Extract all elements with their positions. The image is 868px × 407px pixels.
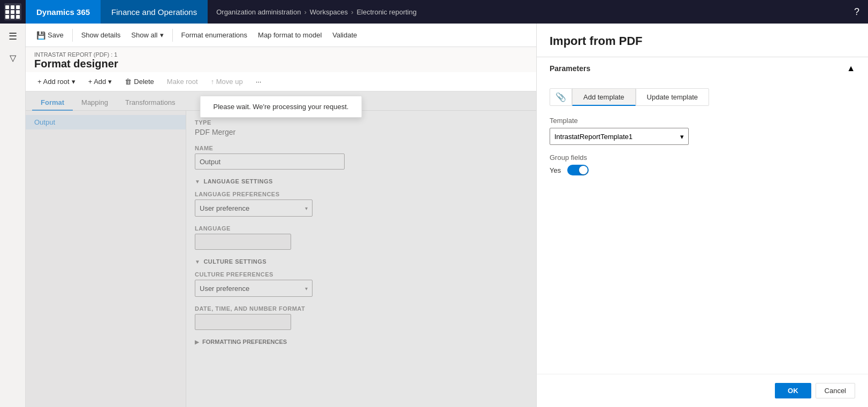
page-breadcrumb: INTRASTAT REPORT (PDF) : 1 xyxy=(34,51,528,58)
template-value: IntrastatReportTemplate1 xyxy=(554,133,633,141)
save-button[interactable]: 💾 Save xyxy=(32,29,68,42)
paperclip-icon: 📎 xyxy=(555,93,566,102)
apps-icon[interactable] xyxy=(4,3,21,20)
validate-button[interactable]: Validate xyxy=(328,29,361,41)
group-fields-toggle[interactable] xyxy=(567,165,589,175)
hamburger-icon[interactable]: ☰ xyxy=(4,28,21,45)
top-nav-right: ? xyxy=(854,6,868,18)
processing-message: Please wait. We're processing your reque… xyxy=(214,103,349,111)
template-buttons-group: 📎 Add template Update template xyxy=(550,88,855,106)
brand-area: Dynamics 365 Finance and Operations xyxy=(26,0,208,24)
breadcrumb-org[interactable]: Organization administration xyxy=(216,8,301,16)
d365-label[interactable]: Dynamics 365 xyxy=(26,0,101,24)
parameters-collapse-icon[interactable]: ▲ xyxy=(847,64,855,73)
add-root-chevron: ▾ xyxy=(72,78,75,86)
breadcrumb-er[interactable]: Electronic reporting xyxy=(356,8,416,16)
toolbar-sep2 xyxy=(172,29,173,42)
import-panel-body: 📎 Add template Update template Template … xyxy=(537,80,868,374)
cancel-button[interactable]: Cancel xyxy=(816,383,855,398)
delete-button[interactable]: 🗑 Delete xyxy=(119,75,159,88)
content-area: 💾 Save Show details Show all ▾ Format en… xyxy=(26,24,536,407)
delete-icon: 🗑 xyxy=(125,78,132,86)
group-fields-group: Group fields Yes xyxy=(550,153,855,175)
more-button[interactable]: ··· xyxy=(250,75,267,88)
map-format-to-model-button[interactable]: Map format to model xyxy=(254,29,326,41)
group-fields-label: Group fields xyxy=(550,153,855,162)
add-root-button[interactable]: + Add root ▾ xyxy=(32,75,81,88)
import-panel: Import from PDF Parameters ▲ 📎 Add templ… xyxy=(536,24,868,407)
template-select[interactable]: IntrastatReportTemplate1 ▾ xyxy=(550,128,689,145)
template-label: Template xyxy=(550,117,855,125)
toolbar: 💾 Save Show details Show all ▾ Format en… xyxy=(26,24,536,47)
format-enumerations-button[interactable]: Format enumerations xyxy=(177,29,252,41)
left-sidebar: ☰ ▽ xyxy=(0,24,26,407)
add-chevron: ▾ xyxy=(108,78,112,86)
parameters-label: Parameters xyxy=(550,64,590,73)
show-details-button[interactable]: Show details xyxy=(77,29,125,41)
import-panel-footer: OK Cancel xyxy=(537,374,868,407)
save-icon: 💾 xyxy=(36,31,45,40)
import-panel-header: Import from PDF xyxy=(537,24,868,57)
show-all-chevron: ▾ xyxy=(160,31,164,39)
breadcrumb-sep1: › xyxy=(304,8,306,16)
import-panel-title: Import from PDF xyxy=(550,34,855,48)
group-fields-yes-label: Yes xyxy=(550,166,561,174)
group-fields-toggle-row: Yes xyxy=(550,165,855,175)
filter-icon[interactable]: ▽ xyxy=(4,49,21,66)
toolbar-sep1 xyxy=(72,29,73,42)
dim-overlay xyxy=(26,91,536,407)
show-all-button[interactable]: Show all ▾ xyxy=(127,29,167,41)
template-chevron: ▾ xyxy=(680,133,684,141)
template-field-group: Template IntrastatReportTemplate1 ▾ xyxy=(550,117,855,145)
fo-label[interactable]: Finance and Operations xyxy=(101,0,208,24)
main-content: Please wait. We're processing your reque… xyxy=(26,91,536,407)
processing-toast: Please wait. We're processing your reque… xyxy=(200,96,362,118)
breadcrumb: Organization administration › Workspaces… xyxy=(208,8,425,16)
breadcrumb-workspaces[interactable]: Workspaces xyxy=(310,8,348,16)
action-bar: + Add root ▾ + Add ▾ 🗑 Delete Make root … xyxy=(26,72,536,91)
help-icon[interactable]: ? xyxy=(854,6,859,18)
make-root-button[interactable]: Make root xyxy=(162,75,203,88)
attach-icon-button[interactable]: 📎 xyxy=(550,88,572,106)
update-template-button[interactable]: Update template xyxy=(636,88,709,106)
parameters-section-header[interactable]: Parameters ▲ xyxy=(537,57,868,80)
add-button[interactable]: + Add ▾ xyxy=(83,75,118,88)
page-header: INTRASTAT REPORT (PDF) : 1 Format design… xyxy=(26,47,536,72)
main-area: ☰ ▽ 💾 Save Show details Show all ▾ Forma… xyxy=(0,24,868,407)
breadcrumb-sep2: › xyxy=(351,8,353,16)
add-template-button[interactable]: Add template xyxy=(572,88,636,106)
top-nav: Dynamics 365 Finance and Operations Orga… xyxy=(0,0,868,24)
ok-button[interactable]: OK xyxy=(775,383,811,398)
move-up-button[interactable]: ↑ Move up xyxy=(205,75,248,88)
page-title: Format designer xyxy=(34,58,528,70)
toggle-thumb xyxy=(579,166,588,174)
